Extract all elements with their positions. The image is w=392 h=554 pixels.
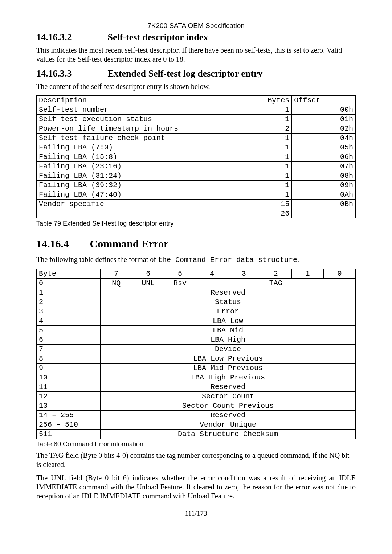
cell: 15 bbox=[234, 200, 291, 209]
table-row: 8LBA Low Previous bbox=[37, 354, 356, 364]
table-row: 0 NQ UNL Rsv TAG bbox=[37, 279, 356, 288]
heading-number: 14.16.3.2 bbox=[36, 32, 105, 43]
cell: 01h bbox=[292, 115, 356, 124]
table-row: 12Sector Count bbox=[37, 392, 356, 401]
cell: LBA Low Previous bbox=[100, 354, 355, 364]
cell: LBA Low bbox=[100, 316, 355, 326]
heading-self-test-index: 14.16.3.2 Self-test descriptor index bbox=[36, 32, 356, 43]
cell: 09h bbox=[292, 181, 356, 190]
cell: Failing LBA (7:0) bbox=[37, 143, 234, 152]
bit-col: 1 bbox=[292, 269, 324, 279]
cell: UNL bbox=[132, 279, 164, 288]
cell: 1 bbox=[234, 162, 291, 171]
cell bbox=[37, 209, 234, 218]
col-byte: Byte bbox=[37, 269, 101, 279]
byte-index: 3 bbox=[37, 307, 101, 316]
cell: LBA High bbox=[100, 335, 355, 345]
cell: 05h bbox=[292, 143, 356, 152]
command-error-table: Byte 7 6 5 4 3 2 1 0 0 NQ UNL Rsv TAG 1R… bbox=[36, 269, 356, 439]
cell: Sector Count bbox=[100, 392, 355, 401]
table-row: 13Sector Count Previous bbox=[37, 401, 356, 411]
table-row: Power-on life timestamp in hours202h bbox=[37, 124, 356, 134]
cell: 0Bh bbox=[292, 200, 356, 209]
table-row: 11Reserved bbox=[37, 382, 356, 392]
text-run: The following table defines the format o… bbox=[36, 255, 158, 263]
text-run-mono: the Command Error data structure bbox=[158, 256, 297, 264]
byte-index: 0 bbox=[37, 279, 101, 288]
cell: Vendor Unique bbox=[100, 420, 355, 430]
table-row: 1Reserved bbox=[37, 288, 356, 297]
paragraph: The UNL field (Byte 0 bit 6) indicates w… bbox=[36, 473, 356, 501]
cell: Failing LBA (47:40) bbox=[37, 190, 234, 200]
cell: Self-test failure check point bbox=[37, 134, 234, 143]
byte-index: 511 bbox=[37, 430, 101, 439]
cell: Self-test execution status bbox=[37, 115, 234, 124]
table-row: 10LBA High Previous bbox=[37, 373, 356, 382]
paragraph: The content of the self-test descriptor … bbox=[36, 82, 356, 91]
cell: 1 bbox=[234, 181, 291, 190]
bit-col: 7 bbox=[100, 269, 132, 279]
cell: 1 bbox=[234, 115, 291, 124]
cell: 1 bbox=[234, 105, 291, 115]
table-row: 26 bbox=[37, 209, 356, 218]
byte-index: 2 bbox=[37, 297, 101, 307]
paragraph: The following table defines the format o… bbox=[36, 255, 356, 264]
cell: TAG bbox=[196, 279, 356, 288]
cell: 1 bbox=[234, 171, 291, 181]
col-offset: Offset bbox=[292, 96, 356, 105]
cell: 26 bbox=[234, 209, 291, 218]
table-row: 511Data Structure Checksum bbox=[37, 430, 356, 439]
cell: Data Structure Checksum bbox=[100, 430, 355, 439]
table-row: 6LBA High bbox=[37, 335, 356, 345]
cell: 1 bbox=[234, 190, 291, 200]
paragraph: This indicates the most recent self-test… bbox=[36, 46, 356, 64]
col-description: Description bbox=[37, 96, 234, 105]
table-row: 2Status bbox=[37, 297, 356, 307]
table-caption: Table 80 Command Error information bbox=[36, 440, 356, 448]
heading-ext-self-test: 14.16.3.3 Extended Self-test log descrip… bbox=[36, 68, 356, 79]
heading-number: 14.16.3.3 bbox=[36, 68, 105, 79]
table-row: Failing LBA (39:32)109h bbox=[37, 181, 356, 190]
cell: LBA High Previous bbox=[100, 373, 355, 382]
heading-title: Command Error bbox=[90, 238, 169, 250]
cell: Failing LBA (23:16) bbox=[37, 162, 234, 171]
heading-title: Extended Self-test log descriptor entry bbox=[108, 68, 263, 79]
bit-col: 6 bbox=[132, 269, 164, 279]
bit-col: 5 bbox=[164, 269, 196, 279]
cell: 07h bbox=[292, 162, 356, 171]
table-row: 4LBA Low bbox=[37, 316, 356, 326]
byte-index: 8 bbox=[37, 354, 101, 364]
byte-index: 13 bbox=[37, 401, 101, 411]
byte-index: 1 bbox=[37, 288, 101, 297]
table-row: Self-test failure check point104h bbox=[37, 134, 356, 143]
table-row: Failing LBA (15:8)106h bbox=[37, 152, 356, 162]
table-row: 7Device bbox=[37, 345, 356, 354]
table-row: Self-test number100h bbox=[37, 105, 356, 115]
cell bbox=[292, 209, 356, 218]
cell: Vendor specific bbox=[37, 200, 234, 209]
cell: Failing LBA (15:8) bbox=[37, 152, 234, 162]
table-row: Failing LBA (31:24)108h bbox=[37, 171, 356, 181]
bit-col: 3 bbox=[228, 269, 260, 279]
table-row: 14 – 255Reserved bbox=[37, 411, 356, 420]
heading-title: Self-test descriptor index bbox=[108, 32, 208, 42]
heading-command-error: 14.16.4 Command Error bbox=[36, 238, 356, 250]
bit-col: 2 bbox=[260, 269, 292, 279]
cell: Reserved bbox=[100, 288, 355, 297]
cell: Failing LBA (39:32) bbox=[37, 181, 234, 190]
byte-index: 11 bbox=[37, 382, 101, 392]
cell: Failing LBA (31:24) bbox=[37, 171, 234, 181]
table-row: Self-test execution status101h bbox=[37, 115, 356, 124]
table-caption: Table 79 Extended Self-test log descript… bbox=[36, 220, 356, 227]
table-row: 9LBA Mid Previous bbox=[37, 364, 356, 373]
byte-index: 5 bbox=[37, 326, 101, 335]
cell: Error bbox=[100, 307, 355, 316]
table-row: Failing LBA (47:40)10Ah bbox=[37, 190, 356, 200]
byte-index: 10 bbox=[37, 373, 101, 382]
cell: NQ bbox=[100, 279, 132, 288]
paragraph: The TAG field (Byte 0 bits 4-0) contains… bbox=[36, 451, 356, 469]
cell: LBA Mid bbox=[100, 326, 355, 335]
cell: Device bbox=[100, 345, 355, 354]
table-header-row: Byte 7 6 5 4 3 2 1 0 bbox=[37, 269, 356, 279]
byte-index: 12 bbox=[37, 392, 101, 401]
